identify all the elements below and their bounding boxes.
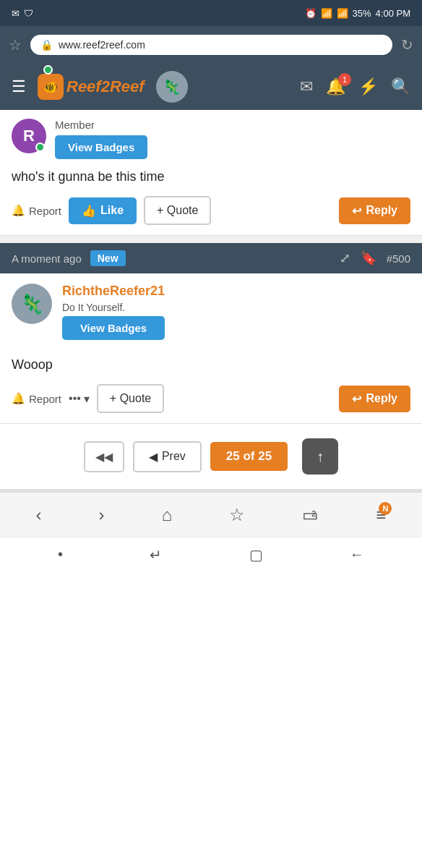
tabs-button[interactable]: ▭ 2 <box>302 505 319 525</box>
post1-role: Member <box>55 119 147 131</box>
current-page-button[interactable]: 25 of 25 <box>210 442 288 471</box>
battery-text: 35% <box>353 8 371 19</box>
notification-badge: 1 <box>338 73 351 86</box>
messages-icon[interactable]: ✉ <box>300 77 313 96</box>
post1-avatar: R <box>12 119 46 153</box>
logo-text: Reef2Reef <box>66 77 145 96</box>
post2-header: A moment ago New ⤢ 🔖 #500 <box>0 243 422 273</box>
status-left: ✉ 🛡 <box>12 8 33 19</box>
report-label-2: Report <box>29 393 61 405</box>
search-icon[interactable]: 🔍 <box>391 77 410 96</box>
post1-view-badges-button[interactable]: View Badges <box>55 135 147 159</box>
square-icon: ▢ <box>249 547 263 563</box>
post1-user-section: R Member View Badges <box>0 110 422 159</box>
forward-icon: › <box>99 505 105 524</box>
back-button[interactable]: ‹ <box>36 505 42 525</box>
content-area: R Member View Badges who's it gunna be t… <box>0 110 422 492</box>
dot-icon: • <box>58 546 63 562</box>
post2-number: #500 <box>387 252 410 265</box>
post2-header-icons: ⤢ 🔖 #500 <box>340 250 410 266</box>
post2-view-badges-button[interactable]: View Badges <box>62 316 165 340</box>
bell-icon: 🔔 <box>12 204 25 217</box>
post1-report-button[interactable]: 🔔 Report <box>12 204 61 217</box>
post-card-1: R Member View Badges who's it gunna be t… <box>0 110 422 236</box>
dropdown-icon: ▾ <box>84 392 90 406</box>
header-icons: ✉ 🔔 1 ⚡ 🔍 <box>300 77 410 96</box>
prev-icon: ◀ <box>149 450 158 464</box>
status-right: ⏰ 📶 📶 35% 4:00 PM <box>305 8 410 19</box>
scroll-top-icon: ↑ <box>316 448 324 465</box>
post1-reply-button[interactable]: ↩ Reply <box>339 197 410 224</box>
corner-icon: ↵ <box>150 547 162 563</box>
post2-online-dot <box>43 65 53 75</box>
hamburger-menu[interactable]: ☰ <box>12 77 26 96</box>
post1-like-button[interactable]: 👍 Like <box>69 197 137 224</box>
app-header: ☰ 🐠 Reef2Reef 🦎 ✉ 🔔 1 ⚡ 🔍 <box>0 64 422 110</box>
rewind-icon: ◀◀ <box>95 451 113 463</box>
back-arrow-icon: ← <box>350 546 364 562</box>
bell-icon-2: 🔔 <box>12 392 25 405</box>
post2-report-button[interactable]: 🔔 Report <box>12 392 61 405</box>
system-back-button[interactable]: ← <box>350 546 364 563</box>
bookmark-icon[interactable]: ☆ <box>9 36 22 54</box>
post-card-2: A moment ago New ⤢ 🔖 #500 🦎 RichtheReefe… <box>0 243 422 424</box>
post2-role: Do It Yourself. <box>62 302 165 313</box>
logo-icon: 🐠 <box>38 74 64 100</box>
system-square-button[interactable]: ▢ <box>249 546 263 563</box>
signal-icon: 📶 <box>337 8 348 19</box>
reply-label-2: Reply <box>366 392 397 405</box>
shield-icon: 🛡 <box>24 8 33 19</box>
browser-bottom-nav: ‹ › ⌂ ☆ ▭ 2 ≡ N <box>0 492 422 537</box>
post2-username[interactable]: RichtheReefer21 <box>62 284 165 299</box>
like-label: Like <box>100 204 124 217</box>
section-divider <box>0 236 422 243</box>
post1-actions: 🔔 Report 👍 Like + Quote ↩ Reply <box>0 190 422 235</box>
prev-page-button[interactable]: ◀ Prev <box>133 441 202 472</box>
post2-time: A moment ago <box>12 252 82 265</box>
system-corner-button[interactable]: ↵ <box>150 546 162 563</box>
url-bar[interactable]: 🔒 www.reef2reef.com <box>30 35 392 55</box>
wifi-icon: 📶 <box>321 8 332 19</box>
prev-label: Prev <box>162 450 186 463</box>
dots-label: ••• <box>69 392 81 405</box>
logo[interactable]: 🐠 Reef2Reef <box>38 74 145 100</box>
scroll-top-button[interactable]: ↑ <box>302 438 338 475</box>
lightning-icon[interactable]: ⚡ <box>358 77 378 96</box>
system-dot-button[interactable]: • <box>58 546 63 563</box>
first-page-button[interactable]: ◀◀ <box>84 441 124 472</box>
tabs-icon: ▭ <box>302 505 319 524</box>
post2-reply-button[interactable]: ↩ Reply <box>339 386 410 412</box>
post1-quote-button[interactable]: + Quote <box>144 196 211 225</box>
thumbsup-icon: 👍 <box>82 204 96 218</box>
home-button[interactable]: ⌂ <box>162 505 173 525</box>
forward-button[interactable]: › <box>99 505 105 525</box>
favorites-button[interactable]: ☆ <box>229 505 245 525</box>
post2-user-section: 🦎 RichtheReefer21 Do It Yourself. View B… <box>0 273 422 347</box>
pagination-bar: ◀◀ ◀ Prev 25 of 25 ↑ <box>0 424 422 489</box>
post2-quote-button[interactable]: + Quote <box>97 384 164 413</box>
share-icon[interactable]: ⤢ <box>340 250 350 266</box>
notifications-icon[interactable]: 🔔 1 <box>326 77 345 96</box>
star-nav-icon: ☆ <box>229 505 245 524</box>
reply-icon: ↩ <box>352 204 361 218</box>
time-display: 4:00 PM <box>376 8 410 19</box>
user-avatar[interactable]: 🦎 <box>156 71 188 103</box>
bookmark-post-icon[interactable]: 🔖 <box>361 250 376 266</box>
reply-icon-2: ↩ <box>352 392 361 406</box>
online-indicator <box>35 142 45 152</box>
browser-bar: ☆ 🔒 www.reef2reef.com ↻ <box>0 26 422 64</box>
post2-actions: 🔔 Report ••• ▾ + Quote ↩ Reply <box>0 378 422 423</box>
alarm-icon: ⏰ <box>305 8 316 19</box>
home-icon: ⌂ <box>162 505 173 524</box>
post1-user-info: Member View Badges <box>55 119 147 159</box>
post2-more-button[interactable]: ••• ▾ <box>69 392 90 406</box>
refresh-icon[interactable]: ↻ <box>401 36 413 54</box>
post2-avatar: 🦎 <box>12 284 52 324</box>
back-icon: ‹ <box>36 505 42 524</box>
status-bar: ✉ 🛡 ⏰ 📶 📶 35% 4:00 PM <box>0 0 422 26</box>
menu-button[interactable]: ≡ N <box>376 505 386 525</box>
post2-new-badge: New <box>90 250 126 266</box>
post2-user-info: RichtheReefer21 Do It Yourself. View Bad… <box>62 284 165 340</box>
menu-badge: N <box>379 502 392 515</box>
url-text: www.reef2reef.com <box>59 39 145 51</box>
